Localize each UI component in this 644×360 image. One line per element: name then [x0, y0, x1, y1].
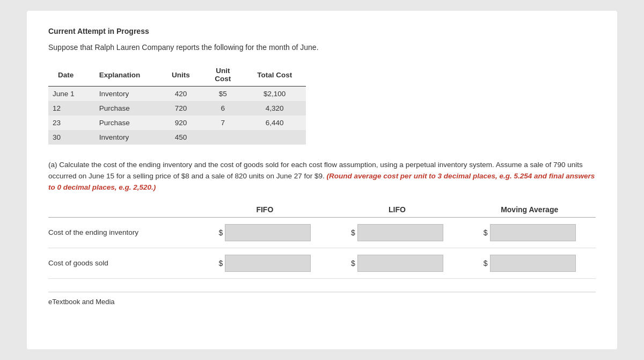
- lifo-ending-input[interactable]: [357, 224, 443, 241]
- cell-total-cost: 6,440: [243, 116, 306, 130]
- cell-explanation: Purchase: [90, 101, 159, 116]
- cell-explanation: Inventory: [90, 130, 159, 145]
- table-row: 23Purchase92076,440: [48, 116, 306, 130]
- cell-date: June 1: [48, 87, 90, 102]
- col-header-explanation: Explanation: [90, 63, 159, 87]
- answer-row-ending-label: Cost of the ending inventory: [48, 228, 199, 236]
- etextbook-label: eTextbook and Media: [48, 298, 115, 306]
- fifo-cogs-dollar: $: [218, 259, 223, 268]
- fifo-cogs-input[interactable]: [225, 255, 311, 272]
- fifo-ending-dollar: $: [218, 228, 223, 237]
- cell-unit-cost: 7: [202, 116, 243, 130]
- cell-unit-cost: 6: [202, 101, 243, 116]
- fifo-cogs-group: $: [199, 255, 331, 272]
- avg-ending-group: $: [463, 224, 596, 241]
- cell-units: 720: [159, 101, 203, 116]
- cell-unit-cost: $5: [202, 87, 243, 102]
- col-header-unit-cost: UnitCost: [202, 63, 243, 87]
- fifo-ending-group: $: [199, 224, 331, 241]
- lifo-cogs-group: $: [331, 255, 464, 272]
- answer-row-ending-inventory: Cost of the ending inventory $ $ $: [48, 218, 596, 248]
- cell-unit-cost: [202, 130, 243, 145]
- current-attempt-label: Current Attempt in Progress: [48, 27, 596, 35]
- cell-date: 23: [48, 116, 90, 130]
- cell-explanation: Purchase: [90, 116, 159, 130]
- page-container: Current Attempt in Progress Suppose that…: [27, 11, 617, 349]
- answer-header-row: FIFO LIFO Moving Average: [48, 205, 596, 218]
- lifo-ending-dollar: $: [351, 228, 355, 237]
- instruction-text: (a) Calculate the cost of the ending inv…: [48, 160, 596, 193]
- table-row: 30Inventory450: [48, 130, 306, 145]
- cell-units: 920: [159, 116, 203, 130]
- col-header-date: Date: [48, 63, 90, 87]
- method-lifo: LIFO: [331, 205, 464, 214]
- etextbook-row: eTextbook and Media: [48, 292, 596, 306]
- table-row: June 1Inventory420$5$2,100: [48, 87, 306, 102]
- cell-total-cost: 4,320: [243, 101, 306, 116]
- cell-total-cost: $2,100: [243, 87, 306, 102]
- cell-units: 450: [159, 130, 203, 145]
- lifo-cogs-input[interactable]: [357, 255, 443, 272]
- cell-date: 12: [48, 101, 90, 116]
- avg-cogs-input[interactable]: [490, 255, 576, 272]
- table-row: 12Purchase72064,320: [48, 101, 306, 116]
- cell-explanation: Inventory: [90, 87, 159, 102]
- method-moving-average: Moving Average: [463, 205, 596, 214]
- cell-units: 420: [159, 87, 203, 102]
- avg-cogs-dollar: $: [484, 259, 488, 268]
- avg-cogs-group: $: [463, 255, 596, 272]
- answer-label-spacer: [48, 205, 199, 214]
- lifo-cogs-dollar: $: [351, 259, 355, 268]
- fifo-ending-input[interactable]: [225, 224, 311, 241]
- avg-ending-dollar: $: [484, 228, 488, 237]
- answer-row-cogs: Cost of goods sold $ $ $: [48, 248, 596, 279]
- answer-row-cogs-label: Cost of goods sold: [48, 259, 199, 267]
- avg-ending-input[interactable]: [490, 224, 576, 241]
- suppose-text: Suppose that Ralph Lauren Company report…: [48, 43, 596, 52]
- lifo-ending-group: $: [331, 224, 464, 241]
- cell-date: 30: [48, 130, 90, 145]
- cell-total-cost: [243, 130, 306, 145]
- col-header-total-cost: Total Cost: [243, 63, 306, 87]
- answer-section: FIFO LIFO Moving Average Cost of the end…: [48, 205, 596, 279]
- col-header-units: Units: [159, 63, 203, 87]
- method-fifo: FIFO: [199, 205, 331, 214]
- data-table: Date Explanation Units UnitCost Total Co…: [48, 63, 306, 145]
